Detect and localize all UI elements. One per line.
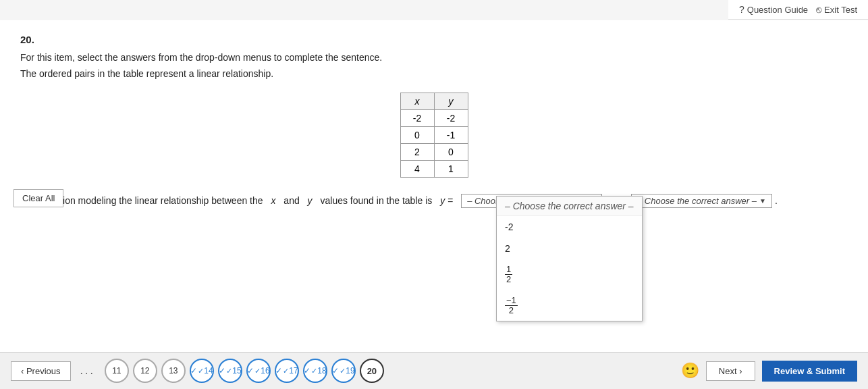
exit-test-label: Exit Test [824, 5, 857, 15]
equation-period: . [775, 191, 778, 210]
emoji-face-button[interactable]: 🙂 [681, 362, 699, 380]
equation-values-text: values found in the table is [321, 191, 433, 210]
table-row: 20 [400, 144, 468, 161]
dropdown-option-neg-half[interactable]: −1 2 [497, 290, 642, 321]
col-header-y: y [434, 93, 468, 110]
dropdown-option-2[interactable]: 2 [497, 238, 642, 259]
exit-icon: ⎋ [816, 4, 821, 15]
review-submit-button[interactable]: Review & Submit [762, 361, 857, 382]
question-number: 20. [20, 34, 848, 45]
table-cell-3-0: 4 [400, 161, 434, 178]
top-bar: ? Question Guide ⎋ Exit Test [728, 0, 868, 20]
dropdown-open-header: – Choose the correct answer – [497, 197, 642, 216]
next-button[interactable]: Next › [706, 361, 755, 381]
page-btn-18[interactable]: ✓18 [303, 359, 327, 383]
dropdown2-arrow: ▼ [759, 197, 766, 205]
table-cell-1-1: -1 [434, 127, 468, 144]
table-cell-0-0: -2 [400, 110, 434, 127]
question-premise: The ordered pairs in the table represent… [20, 68, 848, 79]
page-btn-11[interactable]: 11 [105, 359, 129, 383]
table-cell-2-1: 0 [434, 144, 468, 161]
table-container: x y -2-20-12041 [20, 93, 848, 178]
dropdown-option-neg2[interactable]: -2 [497, 216, 642, 238]
data-table: x y -2-20-12041 [400, 93, 468, 178]
bottom-bar: ‹ Previous ... 111213✓14✓15✓16✓17✓18✓192… [0, 352, 868, 389]
previous-label: ‹ Previous [21, 366, 61, 376]
page-buttons: 111213✓14✓15✓16✓17✓18✓1920 [105, 359, 384, 383]
table-row: 0-1 [400, 127, 468, 144]
equation-x-var: x [271, 191, 275, 210]
main-content: 20. For this item, select the answers fr… [0, 20, 868, 352]
previous-button[interactable]: ‹ Previous [11, 361, 71, 381]
dropdown-option-half[interactable]: 1 2 [497, 259, 642, 290]
dropdown2-button[interactable]: – Choose the correct answer – ▼ [631, 194, 772, 208]
page-btn-12[interactable]: 12 [133, 359, 157, 383]
page-btn-20[interactable]: 20 [360, 359, 384, 383]
clear-all-button[interactable]: Clear All [13, 189, 63, 207]
table-row: -2-2 [400, 110, 468, 127]
question-guide-label: Question Guide [747, 5, 808, 15]
equation-line: The equation modeling the linear relatio… [20, 191, 848, 210]
fraction-1-2: 1 2 [505, 265, 512, 285]
review-submit-label: Review & Submit [774, 366, 845, 376]
dropdown-open-panel: – Choose the correct answer – -2 2 1 2 −… [496, 196, 643, 321]
dots-separator: ... [80, 365, 95, 377]
fraction-neg1-2: −1 2 [505, 296, 518, 316]
page-btn-13[interactable]: 13 [161, 359, 186, 383]
dropdown2-label: – Choose the correct answer – [637, 196, 757, 206]
page-btn-17[interactable]: ✓17 [275, 359, 299, 383]
table-row: 41 [400, 161, 468, 178]
table-body: -2-20-12041 [400, 110, 468, 178]
table-cell-2-0: 2 [400, 144, 434, 161]
page-btn-14[interactable]: ✓14 [190, 359, 214, 383]
page-btn-15[interactable]: ✓15 [218, 359, 242, 383]
table-cell-3-1: 1 [434, 161, 468, 178]
page-btn-16[interactable]: ✓16 [246, 359, 271, 383]
next-label: Next › [719, 366, 742, 376]
question-instruction: For this item, select the answers from t… [20, 52, 848, 63]
exit-test-btn[interactable]: ⎋ Exit Test [816, 4, 857, 15]
question-guide-btn[interactable]: ? Question Guide [739, 4, 808, 15]
page-btn-19[interactable]: ✓19 [331, 359, 356, 383]
table-cell-0-1: -2 [434, 110, 468, 127]
question-guide-icon: ? [739, 4, 744, 15]
equation-y-var: y [308, 191, 313, 210]
equation-y-eq: y = [440, 191, 453, 210]
equation-and-text: and [283, 191, 299, 210]
col-header-x: x [400, 93, 434, 110]
table-cell-1-0: 0 [400, 127, 434, 144]
table-header-row: x y [400, 93, 468, 110]
